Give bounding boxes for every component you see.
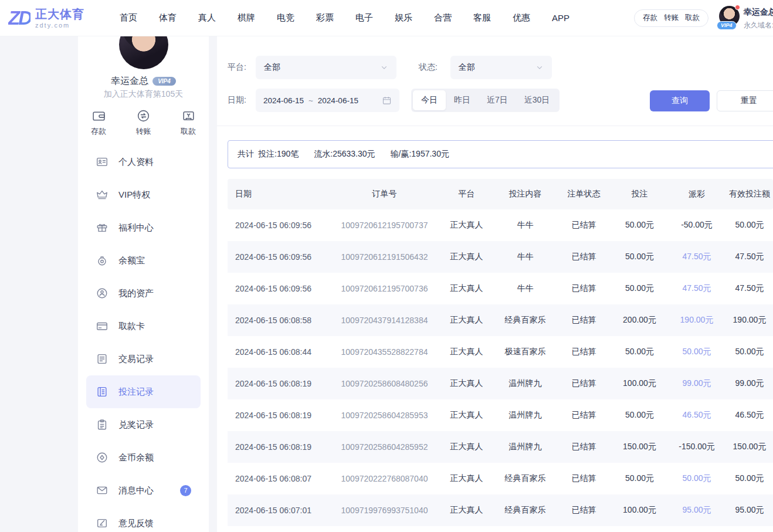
bet-cell: 100.00元 (612, 505, 667, 516)
gift-icon (96, 221, 109, 234)
sidebar-item-金币余额[interactable]: 金币余额 (86, 441, 201, 474)
status-select[interactable]: 全部 (450, 56, 552, 79)
piggy-bank-icon (96, 254, 109, 267)
user-domain-label: 永久域名: (744, 21, 773, 31)
valid-cell: 46.50元 (726, 410, 773, 421)
summary-prefix: 共计 (238, 149, 254, 160)
range-button-近7日[interactable]: 近7日 (479, 90, 516, 110)
brand-logo-mark: ZD (8, 8, 30, 28)
withdraw-icon (181, 109, 196, 123)
platform-select[interactable]: 全部 (256, 56, 396, 79)
valid-cell: 50.00元 (726, 473, 773, 484)
nav-user[interactable]: VIP4 幸运金总 永久域名: (719, 6, 773, 31)
nav-item-娱乐[interactable]: 娱乐 (395, 12, 412, 23)
nav-right: 存款转账取款 VIP4 幸运金总 永久域名: (634, 6, 773, 31)
wallet-pill-取款[interactable]: 取款 (685, 13, 700, 23)
content-cell: 牛牛 (494, 252, 556, 262)
bet-cell: 50.00元 (612, 252, 667, 262)
column-header: 投注内容 (494, 189, 556, 199)
quick-action-取款[interactable]: 取款 (181, 109, 196, 137)
table-row: 2024-06-15 06:09:561009720612195700737正大… (228, 209, 773, 241)
bet-cell: 50.00元 (612, 473, 667, 484)
sidebar-item-我的资产[interactable]: 我的资产 (86, 277, 201, 310)
quick-range-group: 今日昨日近7日近30日 (411, 89, 560, 112)
platform-cell: 正大真人 (439, 283, 494, 294)
sidebar-item-意见反馈[interactable]: 意见反馈 (86, 507, 201, 532)
status-select-value: 全部 (459, 62, 475, 73)
nav-item-优惠[interactable]: 优惠 (513, 12, 530, 23)
bet-cell: 50.00元 (612, 410, 667, 421)
valid-cell: 50.00元 (726, 220, 773, 231)
nav-item-彩票[interactable]: 彩票 (316, 12, 334, 23)
deposit-wallet-icon (91, 109, 106, 123)
sidebar-item-消息中心[interactable]: 消息中心7 (86, 474, 201, 507)
status-cell: 已结算 (556, 505, 612, 516)
quick-action-存款[interactable]: 存款 (91, 109, 106, 137)
sidebar-item-取款卡[interactable]: 取款卡 (86, 310, 201, 343)
platform-cell: 正大真人 (439, 315, 494, 326)
nav-item-客服[interactable]: 客服 (473, 12, 491, 23)
wallet-pill-转账[interactable]: 转账 (664, 13, 679, 23)
date-range-input[interactable]: 2024-06-15 ~ 2024-06-15 (256, 89, 399, 112)
transfer-icon (136, 109, 151, 123)
range-button-今日[interactable]: 今日 (413, 90, 446, 110)
valid-cell: 47.50元 (726, 283, 773, 294)
nav-item-APP[interactable]: APP (552, 13, 569, 23)
quick-action-转账[interactable]: 转账 (136, 109, 151, 137)
table-row: 2024-06-15 06:08:071009720222768087040正大… (228, 463, 773, 494)
sidebar-item-福利中心[interactable]: 福利中心 (86, 211, 201, 244)
sidebar-item-交易记录[interactable]: 交易记录 (86, 343, 201, 375)
date-from-value: 2024-06-15 (263, 96, 304, 105)
range-button-近30日[interactable]: 近30日 (516, 90, 558, 110)
payout-cell: 50.00元 (667, 347, 726, 357)
nav-user-text: 幸运金总 永久域名: (744, 6, 773, 31)
brand-logo-text: 正大体育 zdty.com (35, 8, 84, 29)
brand-logo[interactable]: ZD 正大体育 zdty.com (8, 8, 84, 29)
bank-card-icon (96, 320, 109, 333)
order-cell: 1009720258604285953 (330, 411, 439, 420)
column-header: 有效投注额 (726, 189, 773, 199)
search-button[interactable]: 查询 (650, 90, 710, 111)
bet-record-icon (96, 385, 109, 398)
nav-item-首页[interactable]: 首页 (120, 12, 137, 23)
user-name: 幸运金总 (744, 7, 773, 18)
platform-cell: 正大真人 (439, 442, 494, 452)
nav-menu: 首页体育真人棋牌电竞彩票电子娱乐合营客服优惠APP (120, 12, 569, 23)
nav-item-合营[interactable]: 合营 (434, 12, 452, 23)
transaction-record-icon (96, 353, 109, 365)
sidebar-item-label: 我的资产 (118, 288, 154, 299)
sidebar-item-个人资料[interactable]: 个人资料 (86, 145, 201, 178)
user-avatar[interactable]: VIP4 (719, 6, 740, 26)
nav-item-棋牌[interactable]: 棋牌 (238, 12, 255, 23)
sidebar-item-VIP特权[interactable]: VIP特权 (86, 178, 201, 211)
status-label: 状态: (419, 62, 438, 73)
range-button-昨日[interactable]: 昨日 (446, 90, 479, 110)
filter-row-platform: 平台: 全部 状态: 全部 (228, 56, 552, 79)
reset-button[interactable]: 重置 (717, 90, 773, 111)
table-row: 2024-06-15 06:09:561009720612191506432正大… (228, 241, 773, 273)
order-cell: 1009720258608480256 (330, 379, 439, 388)
order-cell: 1009720435528822784 (330, 347, 439, 357)
wallet-pill-存款[interactable]: 存款 (643, 13, 657, 23)
sidebar-item-余额宝[interactable]: 余额宝 (86, 244, 201, 277)
nav-item-体育[interactable]: 体育 (159, 12, 177, 23)
order-cell: 1009720258604285952 (330, 442, 439, 452)
sidebar-item-投注记录[interactable]: 投注记录 (86, 375, 201, 408)
nav-item-真人[interactable]: 真人 (198, 12, 216, 23)
date-cell: 2024-06-15 06:08:19 (228, 442, 330, 452)
table-row: 2024-06-15 06:07:011009719976993751040正大… (228, 494, 773, 526)
valid-cell: 95.00元 (726, 505, 773, 516)
column-header: 平台 (439, 189, 494, 199)
status-cell: 已结算 (556, 283, 612, 294)
nav-item-电子[interactable]: 电子 (355, 12, 373, 23)
date-cell: 2024-06-15 06:08:19 (228, 379, 330, 388)
payout-cell: 95.00元 (667, 505, 726, 516)
sidebar-item-兑奖记录[interactable]: 兑奖记录 (86, 408, 201, 441)
sidebar-item-label: 意见反馈 (118, 518, 154, 529)
page: ZD 正大体育 zdty.com 首页体育真人棋牌电竞彩票电子娱乐合营客服优惠A… (0, 0, 773, 532)
nav-item-电竞[interactable]: 电竞 (277, 12, 294, 23)
summary-bar: 共计 投注:190笔 流水:25633.30元 输/赢:1957.30元 (228, 140, 773, 168)
platform-select-value: 全部 (264, 62, 280, 73)
date-cell: 2024-06-15 06:08:19 (228, 411, 330, 420)
main-content: 平台: 全部 状态: 全部 日期: 2024-06-15 ~ 2024-06-1… (217, 36, 773, 532)
